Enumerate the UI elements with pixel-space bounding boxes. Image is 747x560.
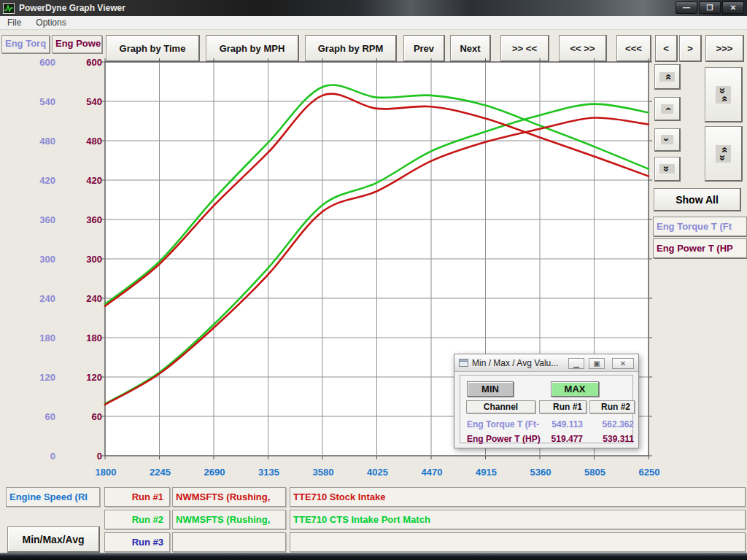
x-tick-2245: 2245 <box>137 467 184 478</box>
run1-file-box[interactable]: NWMSFTS (Rushing, <box>172 487 286 507</box>
x-tick-5360: 5360 <box>517 467 564 478</box>
y-tick-pow-60: 60 <box>58 412 102 422</box>
minmaxavg-button[interactable]: Min/Max/Avg <box>7 526 100 553</box>
x-tick-6250: 6250 <box>626 467 673 478</box>
max-button[interactable]: MAX <box>551 381 599 397</box>
torque-channel-box[interactable]: Eng Torque T (Ft <box>653 217 747 236</box>
minimize-icon[interactable]: — <box>676 1 697 14</box>
y-tick-torq-0: 0 <box>12 451 55 462</box>
y-tick-pow-300: 300 <box>58 254 102 265</box>
power-channel-box[interactable]: Eng Power T (HP <box>653 238 747 258</box>
title-bar: PowerDyne Graph Viewer — ❐ ✕ <box>0 0 747 16</box>
minmax-window[interactable]: Min / Max / Avg Valu... ▁ ▣ ✕ MIN MAX Ch… <box>454 354 639 448</box>
minmax-title-bar[interactable]: Min / Max / Avg Valu... ▁ ▣ ✕ <box>454 354 638 372</box>
y-tick-pow-360: 360 <box>58 215 102 225</box>
app-window: PowerDyne Graph Viewer — ❐ ✕ File Option… <box>0 0 747 560</box>
minmax-row-torque-channel: Eng Torque T (Ft- <box>467 419 539 429</box>
run3-file-box[interactable] <box>172 532 286 552</box>
x-channel-box[interactable]: Engine Speed (RI <box>6 487 100 507</box>
y-tick-pow-540: 540 <box>58 97 102 107</box>
y-tick-pow-0: 0 <box>58 451 102 462</box>
minmax-row-power-channel: Eng Power T (HP) <box>467 434 541 444</box>
minmax-torque-run1-value: 549.113 <box>538 419 583 429</box>
show-all-button[interactable]: Show All <box>654 188 741 211</box>
double-chevron-down-icon: » <box>663 166 671 171</box>
x-tick-1800: 1800 <box>82 467 129 478</box>
tab-eng-power-axis[interactable]: Eng Powe <box>52 35 102 53</box>
window-title: PowerDyne Graph Viewer <box>19 3 125 13</box>
x-tick-4025: 4025 <box>355 467 401 478</box>
menu-options[interactable]: Options <box>28 16 73 29</box>
x-tick-4915: 4915 <box>463 467 510 478</box>
zoom-out-y-button[interactable]: » » <box>705 126 743 182</box>
y-tick-torq-240: 240 <box>12 294 55 304</box>
y-tick-torq-120: 120 <box>12 373 55 383</box>
y-tick-torq-60: 60 <box>12 412 55 422</box>
minmax-close-icon[interactable]: ✕ <box>612 358 634 369</box>
minmax-power-run1-value: 519.477 <box>538 434 583 444</box>
min-button[interactable]: MIN <box>467 381 514 397</box>
y-tick-pow-240: 240 <box>58 294 102 304</box>
y-tick-pow-600: 600 <box>58 58 102 68</box>
run3-label: Run #3 <box>104 532 170 552</box>
column-header-channel[interactable]: Channel <box>466 400 535 413</box>
double-chevron-down-icon: » <box>719 155 727 160</box>
y-tick-torq-540: 540 <box>12 97 55 107</box>
toolbar-button-[interactable]: >>> <box>705 35 744 62</box>
run2-file-box[interactable]: NWMSFTS (Rushing, <box>172 510 286 529</box>
chevron-up-icon: › <box>663 107 671 111</box>
scale-double-up-button[interactable]: » <box>654 64 681 90</box>
tab-eng-torque-axis[interactable]: Eng Torq <box>1 35 50 53</box>
run2-label: Run #2 <box>104 510 170 529</box>
y-tick-pow-480: 480 <box>58 136 102 147</box>
x-tick-4470: 4470 <box>409 467 455 478</box>
minmax-body: MIN MAX Channel Run #1 Run #2 Eng Torque… <box>460 375 633 443</box>
x-tick-2690: 2690 <box>191 467 238 478</box>
double-chevron-down-icon: » <box>719 88 727 93</box>
run3-description-box[interactable] <box>290 532 746 552</box>
minmax-torque-run2-value: 562.362 <box>589 419 634 429</box>
x-tick-3135: 3135 <box>246 467 293 478</box>
y-tick-torq-600: 600 <box>12 58 55 68</box>
run1-description-box[interactable]: TTE710 Stock Intake <box>290 487 746 507</box>
windows-taskbar-edge[interactable] <box>0 553 747 560</box>
scale-up-button[interactable]: › <box>654 97 681 121</box>
double-chevron-up-icon: » <box>663 74 671 79</box>
y-tick-torq-180: 180 <box>12 333 55 343</box>
scale-double-down-button[interactable]: » <box>654 157 681 182</box>
minmax-restore-icon[interactable]: ▣ <box>589 358 605 369</box>
y-tick-torq-360: 360 <box>12 215 55 225</box>
y-tick-torq-300: 300 <box>12 254 55 265</box>
close-icon[interactable]: ✕ <box>722 1 744 14</box>
minmax-window-icon <box>459 359 468 367</box>
y-tick-pow-420: 420 <box>58 176 102 186</box>
y-tick-pow-120: 120 <box>58 373 102 383</box>
column-header-run1[interactable]: Run #1 <box>539 400 587 413</box>
restore-icon[interactable]: ❐ <box>699 1 721 14</box>
menu-file[interactable]: File <box>0 16 28 29</box>
column-header-run2[interactable]: Run #2 <box>589 400 635 413</box>
toolbar-button-[interactable]: > <box>679 35 702 62</box>
scale-down-button[interactable]: › <box>654 128 681 152</box>
minmax-minimize-icon[interactable]: ▁ <box>568 358 584 369</box>
toolbar-button-[interactable]: < <box>655 35 678 62</box>
y-tick-torq-480: 480 <box>12 136 55 147</box>
double-chevron-up-icon: » <box>719 96 727 101</box>
minmax-power-run2-value: 539.311 <box>589 434 634 444</box>
chevron-down-icon: › <box>663 138 671 141</box>
menu-bar: File Options <box>0 16 747 30</box>
run2-description-box[interactable]: TTE710 CTS Intake Port Match <box>290 510 746 529</box>
app-icon <box>3 3 15 14</box>
x-tick-5805: 5805 <box>572 467 619 478</box>
y-tick-pow-180: 180 <box>58 333 102 343</box>
zoom-in-y-button[interactable]: » » <box>705 67 743 122</box>
double-chevron-up-icon: » <box>719 147 727 152</box>
run1-label: Run #1 <box>104 487 170 507</box>
y-tick-torq-420: 420 <box>12 176 55 186</box>
x-tick-3580: 3580 <box>300 467 347 478</box>
minmax-window-title: Min / Max / Avg Valu... <box>472 358 558 368</box>
